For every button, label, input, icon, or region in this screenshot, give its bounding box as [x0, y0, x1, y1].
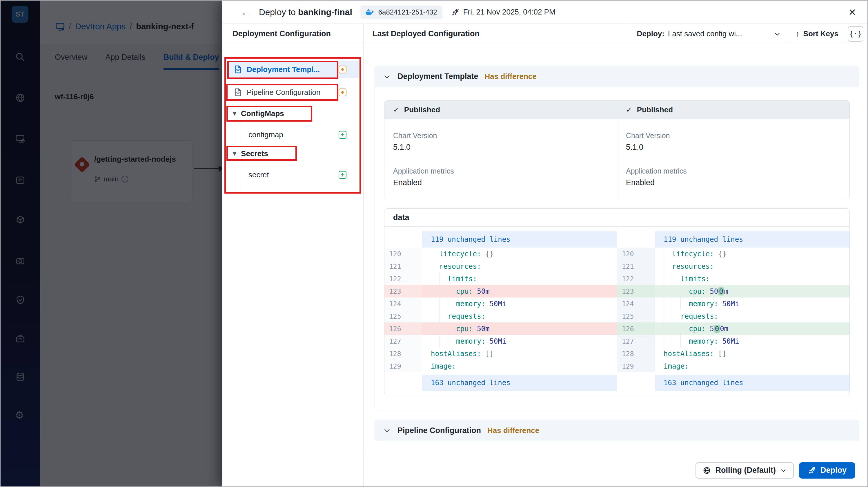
deploy-button[interactable]: Deploy	[799, 462, 855, 479]
diff-line: 120lifecycle: {}	[384, 248, 617, 260]
tree-item-pipeline-configuration[interactable]: Pipeline Configuration	[226, 84, 360, 101]
view-code-button[interactable]: {·}	[848, 26, 863, 42]
modal-backdrop	[1, 1, 222, 486]
chevron-down-icon	[774, 30, 781, 38]
modal-header: ← Deploy to banking-final 6a824121-251-4…	[222, 1, 867, 24]
modal-footer: Rolling (Default) Deploy	[364, 454, 867, 486]
tree-item-secret[interactable]: secret +	[226, 167, 360, 183]
expand-unchanged-link[interactable]: 163 unchanged lines	[422, 375, 617, 391]
diff-line: 125requests:	[384, 310, 617, 322]
chevron-down-icon	[780, 467, 787, 474]
diff-line: 125requests:	[617, 310, 849, 322]
left-panel-title: Deployment Configuration	[232, 29, 331, 38]
deploy-config-dropdown[interactable]: Deploy: Last saved config wi...	[630, 24, 788, 44]
image-tag-badge[interactable]: 6a824121-251-432	[360, 5, 442, 19]
expand-unchanged-link[interactable]: 119 unchanged lines	[655, 231, 849, 248]
file-code-icon	[234, 65, 243, 74]
diff-line: 122limits:	[617, 273, 849, 285]
chart-version-label: Chart Version	[393, 132, 608, 140]
check-icon: ✓	[393, 105, 400, 114]
diff-line: 124memory: 50Mi	[617, 297, 849, 310]
diff-line: 127memory: 50Mi	[384, 335, 617, 347]
modal-subheader: Deployment Configuration Last Deployed C…	[222, 24, 867, 44]
tree-group-secrets[interactable]: ▾ Secrets	[226, 146, 360, 161]
deploy-time: Fri, 21 Nov 2025, 04:02 PM	[451, 7, 556, 17]
file-code-icon	[234, 88, 243, 97]
back-arrow-icon[interactable]: ←	[241, 6, 255, 18]
diff-line: 124memory: 50Mi	[384, 297, 617, 310]
unchanged-lines-row: 119 unchanged lines	[617, 231, 849, 248]
app-metrics-value: Enabled	[626, 178, 841, 187]
docker-icon	[366, 8, 375, 16]
app-metrics-label: Application metrics	[626, 167, 841, 175]
sort-arrow-icon: ↑	[796, 29, 800, 38]
added-char-highlight: 0	[714, 325, 720, 333]
chevron-down-icon	[383, 73, 391, 81]
rocket-icon	[808, 466, 816, 475]
published-header: ✓ Published	[384, 101, 617, 119]
has-diff-marker[interactable]	[339, 65, 346, 74]
diff-line: 128hostAliases: []	[384, 347, 617, 360]
left-panel-header: Deployment Configuration	[222, 24, 364, 44]
add-marker-icon[interactable]: +	[339, 171, 346, 179]
diff-line: 121resources:	[384, 260, 617, 273]
chevron-expanded-icon: ▾	[233, 149, 236, 157]
rocket-icon	[451, 8, 460, 17]
unchanged-lines-row: 163 unchanged lines	[617, 375, 849, 391]
unchanged-lines-row: 163 unchanged lines	[384, 375, 617, 391]
diff-line: 121resources:	[617, 260, 849, 273]
diff-line-removed: 126cpu: 50m	[384, 322, 617, 335]
unchanged-lines-row: 119 unchanged lines	[384, 231, 617, 248]
chart-version-value: 5.1.0	[626, 143, 841, 152]
chevron-down-icon	[383, 426, 391, 434]
diff-line: 128hostAliases: []	[617, 347, 849, 360]
section-deployment-template: Deployment Template Has difference ✓ Pub…	[375, 66, 859, 410]
section-header-deployment-template[interactable]: Deployment Template Has difference	[375, 66, 859, 87]
globe-icon	[703, 466, 711, 475]
has-difference-badge: Has difference	[485, 72, 537, 81]
diff-column-new: 119 unchanged lines 120lifecycle: {} 121…	[617, 227, 849, 395]
last-deployed-title: Last Deployed Configuration	[373, 29, 479, 38]
published-column-left: ✓ Published Chart Version 5.1.0 Applicat…	[384, 101, 617, 199]
app-metrics-label: Application metrics	[393, 167, 608, 175]
section-header-pipeline-configuration[interactable]: Pipeline Configuration Has difference	[375, 420, 859, 441]
section-pipeline-configuration: Pipeline Configuration Has difference	[375, 420, 859, 441]
chart-version-label: Chart Version	[626, 132, 841, 140]
modal-title: Deploy to banking-final	[259, 7, 352, 17]
published-compare-grid: ✓ Published Chart Version 5.1.0 Applicat…	[384, 101, 850, 199]
diff-line: 129image:	[384, 360, 617, 372]
published-header: ✓ Published	[617, 101, 849, 119]
has-difference-badge: Has difference	[487, 426, 539, 435]
diff-line: 127memory: 50Mi	[617, 335, 849, 347]
added-char-highlight: 0	[718, 287, 724, 295]
deploy-modal: ← Deploy to banking-final 6a824121-251-4…	[222, 1, 867, 486]
data-diff-card: data 119 unchanged lines 120lifecycle: {…	[384, 208, 850, 395]
image-tag-text: 6a824121-251-432	[378, 8, 437, 16]
chevron-expanded-icon: ▾	[233, 109, 236, 118]
chart-version-value: 5.1.0	[393, 143, 608, 152]
expand-unchanged-link[interactable]: 119 unchanged lines	[422, 231, 617, 248]
diff-column-old: 119 unchanged lines 120lifecycle: {} 121…	[384, 227, 617, 395]
section-body: ✓ Published Chart Version 5.1.0 Applicat…	[375, 87, 859, 410]
diff-line-added: 126cpu: 500m	[617, 322, 849, 335]
diff-line: 129image:	[617, 360, 849, 372]
diff-line: 122limits:	[384, 273, 617, 285]
diff-line-added: 123cpu: 500m	[617, 285, 849, 297]
add-marker-icon[interactable]: +	[339, 131, 346, 139]
expand-unchanged-link[interactable]: 163 unchanged lines	[655, 375, 849, 391]
has-diff-marker[interactable]	[339, 88, 346, 96]
app-metrics-value: Enabled	[393, 178, 608, 187]
tree-item-configmap[interactable]: configmap +	[226, 126, 360, 143]
diff-line-removed: 123cpu: 50m	[384, 285, 617, 297]
diff-line: 120lifecycle: {}	[617, 248, 849, 260]
config-tree-panel: Deployment Templ... Pipeline Configurati…	[222, 44, 364, 486]
tree-item-deployment-template[interactable]: Deployment Templ...	[226, 61, 360, 78]
deployment-strategy-dropdown[interactable]: Rolling (Default)	[695, 462, 794, 479]
tree-group-configmaps[interactable]: ▾ ConfigMaps	[226, 106, 360, 121]
screenshot-root: / Devtron Apps / banking-next-f Overview…	[0, 0, 868, 487]
published-column-right: ✓ Published Chart Version 5.1.0 Applicat…	[617, 101, 849, 199]
close-icon[interactable]: ×	[848, 6, 856, 18]
sort-keys-button[interactable]: ↑ Sort Keys	[788, 29, 846, 38]
compare-area: Deployment Template Has difference ✓ Pub…	[364, 44, 867, 486]
yaml-diff: 119 unchanged lines 120lifecycle: {} 121…	[384, 227, 849, 395]
